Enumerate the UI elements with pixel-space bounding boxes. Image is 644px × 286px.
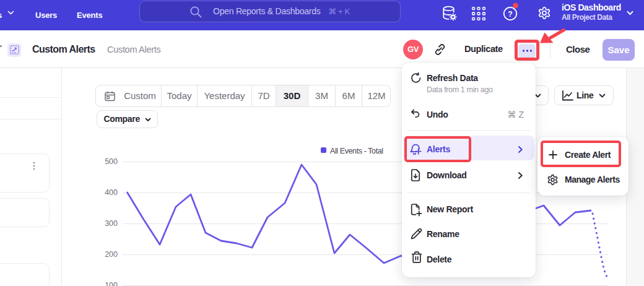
svg-text:500: 500 bbox=[105, 157, 118, 166]
svg-text:400: 400 bbox=[105, 188, 118, 197]
svg-text:?: ? bbox=[508, 10, 512, 19]
svg-text:200: 200 bbox=[105, 250, 118, 259]
svg-text:All Events - Total: All Events - Total bbox=[330, 147, 383, 155]
svg-text:300: 300 bbox=[105, 219, 118, 228]
svg-text:100: 100 bbox=[105, 281, 118, 286]
